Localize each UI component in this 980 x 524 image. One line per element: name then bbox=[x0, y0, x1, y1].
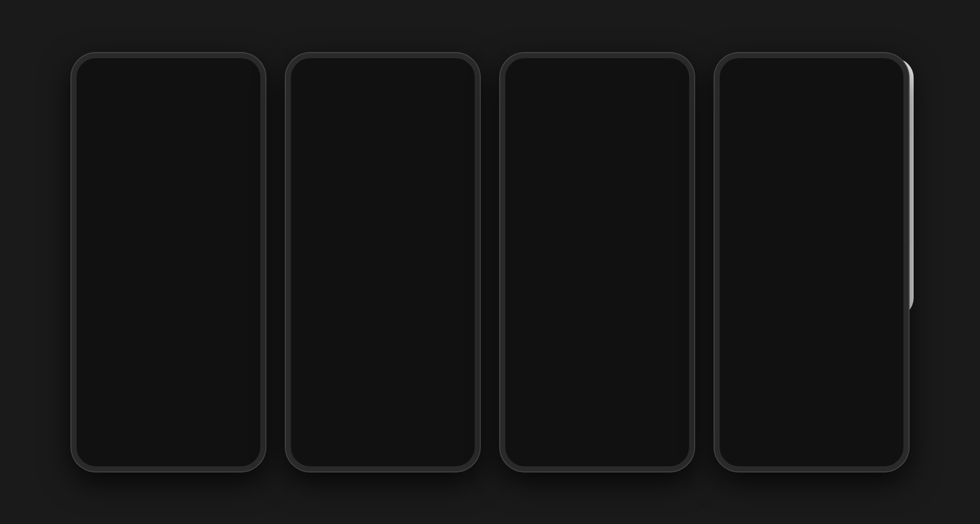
browse-section-title: BROWSE FILES IN OTHER APPS bbox=[291, 117, 475, 129]
screenshots-folder-count: 1 item bbox=[758, 224, 905, 232]
chip-images-label: Images bbox=[355, 103, 375, 110]
photos-tab[interactable]: Photos bbox=[103, 101, 142, 115]
camera-folder-item[interactable]: 📷 Camera 4 items bbox=[720, 147, 914, 178]
status-bar-4: 14:00 📶 🔋 bbox=[720, 58, 914, 77]
search-bar-container: ☰ Search this phone ⋮ bbox=[291, 77, 475, 101]
file-card-1[interactable]: 📱 ⛶ 🔴 1000000038-01.jp... 3.21 MB 18:46 bbox=[297, 186, 381, 268]
photos-icon: 🌟 bbox=[373, 133, 395, 156]
file-meta-1: 3.21 MB 18:46 bbox=[311, 260, 356, 265]
aa-logo-2: 🤖 bbox=[324, 290, 354, 321]
folder-camera[interactable]: 📁 Camera bbox=[599, 144, 681, 168]
folder-snapseed[interactable]: 📁 Snapseed bbox=[513, 144, 595, 168]
photo-thumb-1[interactable]: 📱 bbox=[81, 133, 138, 191]
folder-filter-row: 🏷 Large files 🕐 This week bbox=[505, 110, 689, 129]
select-circle-1 bbox=[83, 135, 91, 143]
photos2-album-thumb: 🌿 bbox=[728, 290, 752, 314]
picker-notice: This app can only access the photos you … bbox=[77, 89, 260, 101]
grid-icon-2[interactable]: ⊞ bbox=[460, 176, 467, 184]
tag-icon: 🏷 bbox=[394, 103, 400, 110]
close-button[interactable]: ✕ bbox=[85, 101, 99, 115]
app-media-picker[interactable]: 🖼️ Media picker bbox=[333, 133, 362, 163]
aa-sub-text: @AndroidAuthority · 3.7M subscribers · 4… bbox=[326, 375, 431, 380]
status-icons-1: 📶 🔋 bbox=[232, 64, 248, 70]
photos2-album-info: 🌿 photos 2 items bbox=[758, 294, 905, 310]
browse-tab[interactable]: Browse... bbox=[146, 101, 192, 115]
chip-videos-label: Videos bbox=[311, 103, 330, 110]
menu-icon-3[interactable]: ☰ bbox=[513, 81, 522, 92]
file-meta-3: 5.65 kB 18:42 bbox=[311, 346, 344, 352]
file-name-3: download.jpeg bbox=[311, 341, 344, 346]
photo-thumb-3[interactable]: 🤖 bbox=[199, 133, 256, 191]
app-select[interactable]: 👤 Select bbox=[444, 133, 466, 163]
chip-videos[interactable]: ✓ Videos bbox=[297, 101, 337, 113]
expand-icon-3[interactable]: ⛶ bbox=[366, 276, 378, 287]
screenshots-folder-thumb: 📸 bbox=[728, 212, 752, 236]
media-picker-icon: 🖼️ bbox=[336, 133, 359, 156]
select-photos-title: Select photos bbox=[743, 81, 799, 91]
photos-album-thumb: 📱 bbox=[728, 103, 752, 128]
photo-thumb-4[interactable]: 👤 ▶ 00:07 bbox=[81, 192, 138, 249]
folder-screenshots[interactable]: 📁 Screenshots bbox=[599, 172, 681, 195]
phone-3: 14:00 📶 🔋 ☰ Images 🔍 ⋮ Images 🏷 Large fi… bbox=[500, 53, 694, 471]
expand-icon-5[interactable]: ⛶ bbox=[454, 362, 465, 373]
folder-download[interactable]: 📁 Download bbox=[513, 172, 595, 195]
phone-screen-2: 14:00 📶 🔋 ☰ Search this phone ⋮ ✓ Videos… bbox=[291, 58, 475, 466]
menu-icon-2[interactable]: ☰ bbox=[297, 83, 305, 94]
wifi-icon-1: 📶 bbox=[232, 64, 239, 70]
more-icon-2[interactable]: ⋮ bbox=[459, 83, 469, 94]
download-folder-thumb: 🤖 bbox=[728, 181, 752, 206]
download-folder-item[interactable]: 🤖 Download 1 item bbox=[720, 178, 914, 209]
photos-album-item-2[interactable]: 🌿 🌿 photos 2 items bbox=[720, 287, 914, 317]
screenshots-folder-item[interactable]: 📸 Screenshots 1 item bbox=[720, 209, 914, 239]
device-folders-heading: Device folders bbox=[720, 135, 914, 147]
back-button-4[interactable]: ← bbox=[728, 81, 737, 91]
select-circle-3 bbox=[201, 135, 209, 143]
wifi-icon-2: 📶 bbox=[446, 64, 453, 70]
file-card-5-partial[interactable]: A Android Authority @AndroidAuthority · … bbox=[297, 359, 469, 389]
file-grid: 📱 ⛶ 🔴 1000000038-01.jp... 3.21 MB 18:46 bbox=[291, 186, 475, 355]
status-icons-4: 📶 🔋 bbox=[885, 64, 901, 70]
expand-icon-4[interactable]: ⛶ bbox=[454, 276, 465, 287]
file-info-3: 🔴 download.jpeg 5.65 kB 18:42 bbox=[297, 339, 381, 355]
select-icon: 👤 bbox=[444, 133, 466, 156]
app-drive[interactable]: 🔷 Drive bbox=[300, 133, 322, 163]
file-card-4[interactable]: 👤 ⛶ 🟢 PXL_20231213_004... 17.87 MB 18:41 bbox=[385, 272, 469, 355]
more-icon-3[interactable]: ⋮ bbox=[672, 81, 681, 92]
chip-images[interactable]: ✓ Images bbox=[341, 101, 382, 113]
file-card-2[interactable]: 📱 ⛶ 🔴 PXL_20231213_004... 2.93 MB 18:45 bbox=[385, 186, 469, 268]
status-bar-2: 14:00 📶 🔋 bbox=[291, 58, 475, 77]
media-picker-label: Media picker bbox=[333, 158, 362, 163]
app-photos[interactable]: 🌟 Photos bbox=[373, 133, 395, 163]
close-icon: ✕ bbox=[89, 104, 95, 112]
images-breadcrumb[interactable]: Images bbox=[505, 96, 689, 110]
search-bar[interactable]: Search this phone bbox=[309, 81, 455, 96]
photos-album-item[interactable]: 📱 Photos 8 items bbox=[720, 100, 914, 131]
grid-icon-3[interactable]: ⊞ bbox=[674, 131, 681, 140]
photos2-album-name: 🌿 photos bbox=[758, 294, 905, 303]
filter-large-files[interactable]: 🏷 Large files bbox=[513, 110, 562, 122]
time-4: 14:00 bbox=[732, 63, 749, 71]
photo-thumb-2[interactable]: 📱 bbox=[139, 133, 197, 191]
time-3: 14:00 bbox=[518, 63, 534, 71]
expand-icon-2[interactable]: ⛶ bbox=[454, 189, 465, 201]
search-icon-3[interactable]: 🔍 bbox=[654, 81, 666, 92]
aa-avatar: A bbox=[301, 364, 322, 384]
phone-screen-4: 14:00 📶 🔋 ← Select photos 📱 Photos 8 ite… bbox=[720, 58, 914, 317]
file-name-2: PXL_20231213_004... bbox=[399, 255, 450, 260]
photo-thumb-6[interactable]: 👤 bbox=[199, 192, 256, 249]
filter-this-week[interactable]: 🕐 This week bbox=[566, 110, 616, 122]
screenshots-folder-name: Screenshots bbox=[758, 216, 905, 224]
phone-screen-3: 14:00 📶 🔋 ☰ Images 🔍 ⋮ Images 🏷 Large fi… bbox=[505, 58, 689, 466]
file-type-icon-3: 🔴 bbox=[301, 342, 309, 350]
photo-thumb-5[interactable]: Android Authority bbox=[139, 192, 197, 249]
picker-tabs: ✕ Photos Browse... bbox=[77, 101, 260, 121]
file-card-3[interactable]: 🤖 ⛶ 🔴 download.jpeg 5.65 kB 18:42 bbox=[297, 272, 381, 355]
app-bug-reports[interactable]: 🐛 Bug reports bbox=[406, 133, 433, 163]
chip-this-week[interactable]: 🕐 This week bbox=[442, 101, 475, 113]
nav-bar-1 bbox=[143, 458, 194, 460]
drive-label: Drive bbox=[305, 158, 316, 163]
recent-label: Recent bbox=[77, 121, 260, 133]
expand-icon-1[interactable]: ⛶ bbox=[366, 189, 378, 201]
chip-large-files[interactable]: 🏷 Large files bbox=[387, 101, 437, 113]
files-label: Files bbox=[299, 176, 314, 184]
